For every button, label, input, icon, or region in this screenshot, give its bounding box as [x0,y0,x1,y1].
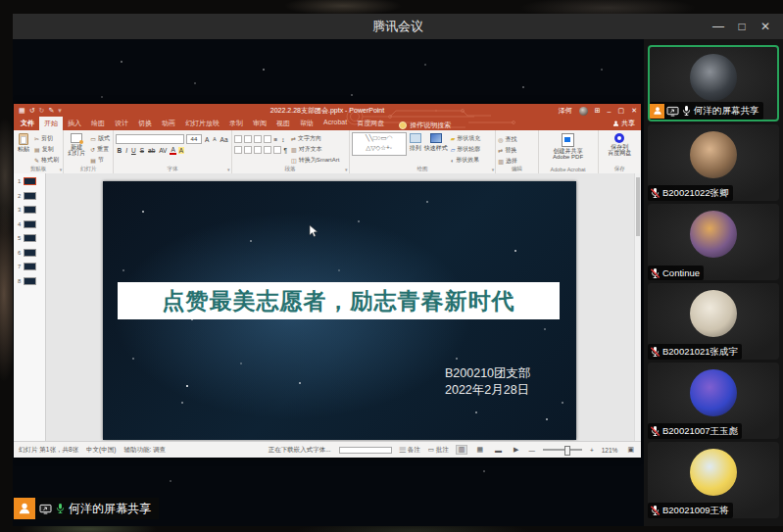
list-buttons[interactable]: ≡↕ [234,135,289,143]
ppt-share-button[interactable]: 共享 [612,119,635,128]
replace-button[interactable]: ⇄替换 [498,146,535,155]
font-name-input[interactable] [116,134,183,144]
paste-button[interactable]: 粘贴 [16,132,31,165]
dialog-launcher-icon[interactable]: ▾ [227,167,230,172]
create-pdf-button[interactable]: 创建并共享Adobe PDF [541,132,596,161]
slide-thumbnail-5[interactable]: 5 [18,234,45,242]
ppt-close-button[interactable]: ✕ [631,107,637,115]
quick-styles-button[interactable]: 快速样式 [424,132,448,165]
layout-button[interactable]: ▭版式 [90,134,110,143]
find-button[interactable]: ◎查找 [498,135,535,144]
zoom-slider-knob[interactable] [564,446,570,456]
strikethrough-button[interactable]: S [139,147,145,154]
participant-tile[interactable]: B20021022张卿 [648,124,779,201]
ribbon-display-options-icon[interactable]: ⊞ [595,107,601,115]
clear-format-icon[interactable]: Aa [220,136,229,143]
notes-button[interactable]: ▤ 备注 [400,446,420,455]
shape-effects-button[interactable]: ◐形状效果 [451,156,481,165]
smartart-button[interactable]: ◫转换为SmartArt [291,156,339,165]
font-color-button[interactable]: A [170,146,175,155]
slideshow-view-icon[interactable]: ▶ [512,446,520,454]
increase-font-icon[interactable]: A [204,136,210,143]
participant-tile[interactable]: B20021009王将 [648,442,779,518]
shape-fill-button[interactable]: ▰形状填充 [451,134,481,143]
ribbon-tab-帮助[interactable]: 帮助 [295,117,318,131]
slide-thumbnail-2[interactable]: 2 [18,192,45,200]
meeting-titlebar[interactable]: 腾讯会议 — □ ✕ [13,14,783,39]
ribbon-tab-设计[interactable]: 设计 [110,117,133,131]
redo-icon[interactable]: ↻ [39,107,45,115]
decrease-font-icon[interactable]: A [212,136,217,142]
align-buttons[interactable]: ¶ [234,146,289,154]
text-direction-button[interactable]: ⇄文字方向 [291,134,339,143]
ribbon-tab-视图[interactable]: 视图 [271,117,295,131]
zoom-in-button[interactable]: + [590,447,594,454]
underline-button[interactable]: U [130,147,137,154]
new-slide-button[interactable]: 新建幻灯片 [66,132,87,165]
slide[interactable]: 点赞最美志愿者，励志青春新时代 B200210团支部 2022年2月28日 [103,181,576,440]
accessibility-status[interactable]: 辅助功能: 调查 [123,446,166,455]
section-button[interactable]: ▤节 [90,156,110,165]
italic-button[interactable]: I [124,147,128,154]
close-button[interactable]: ✕ [754,20,777,33]
slide-thumbnail-8[interactable]: 8 [18,277,45,285]
ppt-minimize-button[interactable]: – [608,108,612,115]
ribbon-tab-录制[interactable]: 录制 [224,117,248,131]
maximize-button[interactable]: □ [730,20,754,33]
bold-button[interactable]: B [116,147,122,154]
participant-tile[interactable]: B20021007王玉彪 [648,363,779,439]
pen-mode-icon[interactable]: ✎ [48,107,54,115]
zoom-percentage[interactable]: 121% [602,447,618,454]
font-size-input[interactable]: 44 [186,134,202,144]
ppt-restore-button[interactable]: ▢ [618,107,625,115]
participant-tile[interactable]: 何洋的屏幕共享 [648,45,779,121]
ribbon-tab-绘图[interactable]: 绘图 [86,117,110,131]
ribbon-tab-幻灯片放映[interactable]: 幻灯片放映 [180,117,224,131]
ribbon-tab-插入[interactable]: 插入 [63,117,86,131]
ribbon-tab-Acrobat[interactable]: Acrobat [318,117,352,131]
slide-thumbnail-4[interactable]: 4 [18,220,45,228]
ribbon-tab-审阅[interactable]: 审阅 [248,117,271,131]
shape-outline-button[interactable]: ▱形状轮廓 [451,145,481,154]
comments-button[interactable]: ▭ 批注 [428,446,449,455]
dialog-launcher-icon[interactable]: ▾ [60,167,63,172]
char-spacing-button[interactable]: AV [158,147,168,154]
slide-thumbnail-1[interactable]: 1 [18,177,45,185]
participant-tile[interactable]: Continue [648,204,779,280]
format-painter-button[interactable]: ✎格式刷 [34,156,59,165]
copy-button[interactable]: ▤复制 [34,145,59,154]
reset-button[interactable]: ↺重置 [90,145,110,154]
slide-thumbnail-7[interactable]: 7 [18,263,45,270]
undo-icon[interactable]: ↺ [29,107,35,115]
ribbon-tab-动画[interactable]: 动画 [157,117,180,131]
zoom-slider[interactable] [543,449,582,451]
arrange-button[interactable]: 排列 [410,132,421,165]
align-text-button[interactable]: ▥对齐文本 [291,145,339,154]
participant-tile[interactable]: B20021021张成宇 [648,283,779,360]
cut-button[interactable]: ✂剪切 [34,134,59,143]
select-button[interactable]: ▥选择 [498,157,535,166]
slide-thumbnail-panel[interactable]: 1 2 3 4 5 6 7 8 [14,173,46,441]
ribbon-tab-开始[interactable]: 开始 [39,117,63,131]
shapes-gallery[interactable]: ╲╲□○▭◠△▽◇☆+◦ [352,132,407,156]
language-indicator[interactable]: 中文(中国) [86,446,116,455]
reading-view-icon[interactable]: ▬ [493,447,504,454]
screen-share-banner[interactable]: 何洋的屏幕共享 [14,498,159,519]
ribbon-tab-百度网盘[interactable]: 百度网盘 [352,117,389,131]
slide-thumbnail-6[interactable]: 6 [18,249,45,257]
normal-view-icon[interactable]: ▥ [457,446,467,454]
dialog-launcher-icon[interactable]: ▾ [345,167,348,172]
account-avatar[interactable] [579,107,588,116]
save-to-baidu-button[interactable]: 保存到百度网盘 [601,132,639,157]
ribbon-tab-切换[interactable]: 切换 [133,117,157,131]
slide-sorter-view-icon[interactable]: ▦ [474,446,485,454]
tell-me-search[interactable]: 操作说明搜索 [399,121,451,130]
slide-title-box[interactable]: 点赞最美志愿者，励志青春新时代 [118,282,560,319]
shadow-button[interactable]: ab [147,147,156,154]
qat-more-icon[interactable]: ▾ [58,107,62,115]
zoom-out-button[interactable]: — [528,447,535,454]
ribbon-tab-文件[interactable]: 文件 [16,117,39,131]
save-icon[interactable]: ▦ [19,107,25,115]
fit-to-window-icon[interactable]: ▣ [625,446,636,454]
slide-subtitle-box[interactable]: B200210团支部 2022年2月28日 [445,365,531,399]
